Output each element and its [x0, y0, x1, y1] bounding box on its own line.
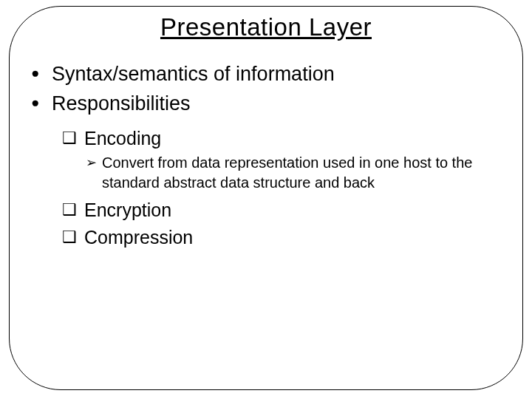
encoding-details: ➢ Convert from data representation used …: [86, 153, 502, 193]
bullet-responsibilities: Responsibilities: [30, 90, 502, 118]
responsibilities-subitems: ❑ Encoding ➢ Convert from data represent…: [62, 126, 502, 250]
slide: Presentation Layer Syntax/semantics of i…: [0, 0, 532, 399]
bullet-syntax-semantics: Syntax/semantics of information: [30, 61, 502, 89]
square-bullet-icon: ❑: [62, 199, 77, 222]
slide-content: Syntax/semantics of information Responsi…: [30, 61, 502, 252]
subitem-encryption: ❑ Encryption: [62, 197, 502, 223]
slide-title: Presentation Layer: [0, 13, 532, 41]
detail-convert-representation: ➢ Convert from data representation used …: [86, 153, 502, 193]
square-bullet-icon: ❑: [62, 127, 77, 150]
subitem-label: Encryption: [84, 200, 171, 220]
arrow-bullet-icon: ➢: [86, 154, 97, 171]
subitem-compression: ❑ Compression: [62, 225, 502, 250]
subitem-encoding: ❑ Encoding: [62, 126, 502, 151]
square-bullet-icon: ❑: [62, 226, 77, 249]
subitem-label: Encoding: [84, 128, 161, 149]
subitem-label: Compression: [84, 227, 193, 248]
detail-text: Convert from data representation used in…: [102, 154, 472, 191]
